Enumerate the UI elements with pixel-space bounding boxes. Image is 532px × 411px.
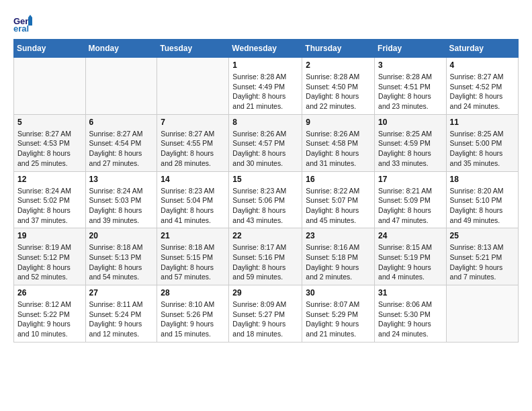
calendar-day-cell: 20Sunrise: 8:18 AM Sunset: 5:13 PM Dayli… xyxy=(85,228,157,285)
day-number: 4 xyxy=(450,60,515,70)
day-info: Sunrise: 8:27 AM Sunset: 4:52 PM Dayligh… xyxy=(450,72,515,111)
calendar-day-cell: 28Sunrise: 8:10 AM Sunset: 5:26 PM Dayli… xyxy=(157,285,229,342)
calendar-week-row: 19Sunrise: 8:19 AM Sunset: 5:12 PM Dayli… xyxy=(14,228,519,285)
calendar-day-cell: 2Sunrise: 8:28 AM Sunset: 4:50 PM Daylig… xyxy=(302,58,375,115)
calendar-day-cell: 17Sunrise: 8:21 AM Sunset: 5:09 PM Dayli… xyxy=(375,171,447,228)
logo: Gen eral xyxy=(13,13,35,32)
day-number: 11 xyxy=(450,118,515,127)
day-number: 3 xyxy=(378,60,443,70)
day-info: Sunrise: 8:28 AM Sunset: 4:50 PM Dayligh… xyxy=(306,72,371,111)
logo-icon: Gen eral xyxy=(13,13,32,32)
calendar-day-cell: 13Sunrise: 8:24 AM Sunset: 5:03 PM Dayli… xyxy=(85,171,157,228)
day-number: 27 xyxy=(89,288,154,298)
day-info: Sunrise: 8:18 AM Sunset: 5:13 PM Dayligh… xyxy=(89,242,154,282)
calendar-day-cell: 8Sunrise: 8:26 AM Sunset: 4:57 PM Daylig… xyxy=(229,114,302,171)
day-info: Sunrise: 8:27 AM Sunset: 4:53 PM Dayligh… xyxy=(17,129,82,169)
day-info: Sunrise: 8:28 AM Sunset: 4:49 PM Dayligh… xyxy=(232,72,298,111)
page-header: Gen eral xyxy=(13,13,519,32)
weekday-header-row: SundayMondayTuesdayWednesdayThursdayFrid… xyxy=(14,40,519,58)
day-number: 25 xyxy=(450,231,515,240)
calendar-day-cell: 19Sunrise: 8:19 AM Sunset: 5:12 PM Dayli… xyxy=(14,228,86,285)
weekday-header: Sunday xyxy=(14,40,86,58)
day-number: 26 xyxy=(17,288,82,298)
day-number: 14 xyxy=(161,175,225,184)
day-number: 15 xyxy=(232,175,298,184)
calendar-day-cell: 30Sunrise: 8:07 AM Sunset: 5:29 PM Dayli… xyxy=(302,285,375,342)
weekday-header: Wednesday xyxy=(229,40,302,58)
calendar-day-cell: 15Sunrise: 8:23 AM Sunset: 5:06 PM Dayli… xyxy=(229,171,302,228)
day-number: 10 xyxy=(378,118,443,127)
calendar-day-cell xyxy=(14,58,86,115)
day-info: Sunrise: 8:10 AM Sunset: 5:26 PM Dayligh… xyxy=(161,300,225,339)
day-number: 19 xyxy=(17,231,82,240)
day-info: Sunrise: 8:20 AM Sunset: 5:10 PM Dayligh… xyxy=(450,186,515,226)
day-number: 24 xyxy=(378,231,443,240)
weekday-header: Friday xyxy=(375,40,447,58)
weekday-header: Thursday xyxy=(302,40,375,58)
day-info: Sunrise: 8:26 AM Sunset: 4:58 PM Dayligh… xyxy=(306,129,371,169)
day-number: 9 xyxy=(306,118,371,127)
calendar-day-cell: 9Sunrise: 8:26 AM Sunset: 4:58 PM Daylig… xyxy=(302,114,375,171)
day-number: 16 xyxy=(306,175,371,184)
weekday-header: Monday xyxy=(85,40,157,58)
day-number: 18 xyxy=(450,175,515,184)
day-info: Sunrise: 8:09 AM Sunset: 5:27 PM Dayligh… xyxy=(232,300,298,339)
weekday-header: Tuesday xyxy=(157,40,229,58)
day-info: Sunrise: 8:16 AM Sunset: 5:18 PM Dayligh… xyxy=(306,242,371,282)
calendar-day-cell: 31Sunrise: 8:06 AM Sunset: 5:30 PM Dayli… xyxy=(375,285,447,342)
calendar-day-cell: 25Sunrise: 8:13 AM Sunset: 5:21 PM Dayli… xyxy=(446,228,518,285)
calendar-day-cell: 7Sunrise: 8:27 AM Sunset: 4:55 PM Daylig… xyxy=(157,114,229,171)
day-info: Sunrise: 8:25 AM Sunset: 5:00 PM Dayligh… xyxy=(450,129,515,169)
day-number: 22 xyxy=(232,231,298,240)
calendar-day-cell: 10Sunrise: 8:25 AM Sunset: 4:59 PM Dayli… xyxy=(375,114,447,171)
day-info: Sunrise: 8:27 AM Sunset: 4:55 PM Dayligh… xyxy=(161,129,225,169)
day-info: Sunrise: 8:24 AM Sunset: 5:03 PM Dayligh… xyxy=(89,186,154,226)
day-number: 6 xyxy=(89,118,154,127)
day-info: Sunrise: 8:12 AM Sunset: 5:22 PM Dayligh… xyxy=(17,300,82,339)
day-info: Sunrise: 8:25 AM Sunset: 4:59 PM Dayligh… xyxy=(378,129,443,169)
weekday-header: Saturday xyxy=(446,40,518,58)
day-info: Sunrise: 8:24 AM Sunset: 5:02 PM Dayligh… xyxy=(17,186,82,226)
calendar-day-cell: 24Sunrise: 8:15 AM Sunset: 5:19 PM Dayli… xyxy=(375,228,447,285)
day-number: 23 xyxy=(306,231,371,240)
day-number: 7 xyxy=(161,118,225,127)
calendar-day-cell: 11Sunrise: 8:25 AM Sunset: 5:00 PM Dayli… xyxy=(446,114,518,171)
day-number: 31 xyxy=(378,288,443,298)
day-info: Sunrise: 8:15 AM Sunset: 5:19 PM Dayligh… xyxy=(378,242,443,282)
svg-text:eral: eral xyxy=(13,24,29,32)
calendar-day-cell: 14Sunrise: 8:23 AM Sunset: 5:04 PM Dayli… xyxy=(157,171,229,228)
calendar-table: SundayMondayTuesdayWednesdayThursdayFrid… xyxy=(13,39,519,342)
day-info: Sunrise: 8:22 AM Sunset: 5:07 PM Dayligh… xyxy=(306,186,371,226)
calendar-day-cell xyxy=(157,58,229,115)
calendar-week-row: 12Sunrise: 8:24 AM Sunset: 5:02 PM Dayli… xyxy=(14,171,519,228)
day-info: Sunrise: 8:23 AM Sunset: 5:04 PM Dayligh… xyxy=(161,186,225,226)
calendar-week-row: 5Sunrise: 8:27 AM Sunset: 4:53 PM Daylig… xyxy=(14,114,519,171)
day-number: 12 xyxy=(17,175,82,184)
calendar-day-cell: 3Sunrise: 8:28 AM Sunset: 4:51 PM Daylig… xyxy=(375,58,447,115)
calendar-day-cell xyxy=(446,285,518,342)
day-number: 20 xyxy=(89,231,154,240)
calendar-day-cell: 12Sunrise: 8:24 AM Sunset: 5:02 PM Dayli… xyxy=(14,171,86,228)
calendar-day-cell: 22Sunrise: 8:17 AM Sunset: 5:16 PM Dayli… xyxy=(229,228,302,285)
calendar-day-cell: 18Sunrise: 8:20 AM Sunset: 5:10 PM Dayli… xyxy=(446,171,518,228)
day-number: 17 xyxy=(378,175,443,184)
day-info: Sunrise: 8:26 AM Sunset: 4:57 PM Dayligh… xyxy=(232,129,298,169)
day-info: Sunrise: 8:21 AM Sunset: 5:09 PM Dayligh… xyxy=(378,186,443,226)
day-info: Sunrise: 8:07 AM Sunset: 5:29 PM Dayligh… xyxy=(306,300,371,339)
day-number: 28 xyxy=(161,288,225,298)
calendar-day-cell: 1Sunrise: 8:28 AM Sunset: 4:49 PM Daylig… xyxy=(229,58,302,115)
day-number: 5 xyxy=(17,118,82,127)
day-info: Sunrise: 8:18 AM Sunset: 5:15 PM Dayligh… xyxy=(161,242,225,282)
day-info: Sunrise: 8:19 AM Sunset: 5:12 PM Dayligh… xyxy=(17,242,82,282)
day-info: Sunrise: 8:27 AM Sunset: 4:54 PM Dayligh… xyxy=(89,129,154,169)
svg-marker-2 xyxy=(28,17,32,26)
day-info: Sunrise: 8:11 AM Sunset: 5:24 PM Dayligh… xyxy=(89,300,154,339)
calendar-day-cell: 6Sunrise: 8:27 AM Sunset: 4:54 PM Daylig… xyxy=(85,114,157,171)
day-info: Sunrise: 8:13 AM Sunset: 5:21 PM Dayligh… xyxy=(450,242,515,282)
day-info: Sunrise: 8:17 AM Sunset: 5:16 PM Dayligh… xyxy=(232,242,298,282)
day-number: 30 xyxy=(306,288,371,298)
day-info: Sunrise: 8:23 AM Sunset: 5:06 PM Dayligh… xyxy=(232,186,298,226)
day-number: 2 xyxy=(306,60,371,70)
calendar-week-row: 26Sunrise: 8:12 AM Sunset: 5:22 PM Dayli… xyxy=(14,285,519,342)
calendar-day-cell xyxy=(85,58,157,115)
